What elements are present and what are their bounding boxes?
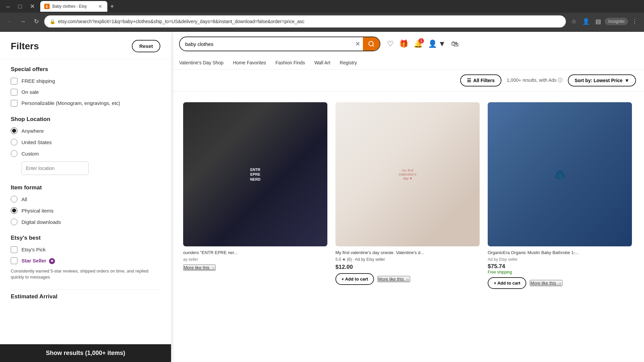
filter-icon: ☰ (467, 78, 471, 83)
anywhere-label: Anywhere (21, 128, 44, 134)
anywhere-radio[interactable] (11, 127, 17, 134)
browser-tab[interactable]: E Baby clothes - Etsy ✕ (40, 1, 107, 12)
free-shipping-label: FREE shipping (21, 77, 55, 84)
fashion-finds-nav[interactable]: Fashion Finds (275, 60, 305, 65)
all-filters-button[interactable]: ☰ All Filters (460, 74, 501, 86)
sort-button[interactable]: Sort by: Lowest Price ▼ (568, 74, 636, 86)
new-tab-button[interactable]: + (107, 2, 117, 11)
back-button[interactable]: ← (4, 16, 15, 27)
all-format-radio[interactable] (11, 196, 17, 202)
add-to-cart-button-2[interactable]: + Add to cart (335, 273, 374, 285)
info-icon[interactable]: ⓘ (558, 77, 562, 83)
united-states-option[interactable]: United States (11, 139, 160, 145)
address-bar[interactable]: 🔒 etsy.com/search?explicit=1&q=baby+clot… (44, 15, 566, 27)
browser-toolbar: ← → ↻ 🔒 etsy.com/search?explicit=1&q=bab… (0, 13, 644, 30)
physical-radio[interactable] (11, 207, 17, 214)
etsy-content: ✕ ♡ 🎁 🔔 1 (171, 32, 644, 362)
all-filters-label: All Filters (473, 78, 495, 83)
product-actions-2: + Add to cart More like this → (335, 273, 480, 285)
product-title-3: OrganicEra Organic Muslin Baby Bathrobe … (488, 250, 632, 256)
product-seller-3: Ad by Etsy seller (488, 257, 632, 262)
personalizable-checkbox[interactable] (11, 100, 17, 107)
personalizable-option[interactable]: Personalizable (Monogram, engravings, et… (11, 100, 160, 107)
profile-icon[interactable]: 👤 (581, 16, 591, 27)
product-card-3[interactable]: 🧥 OrganicEra Organic Muslin Baby Bathrob… (484, 98, 636, 361)
location-input[interactable] (21, 162, 89, 175)
free-shipping-option[interactable]: FREE shipping (11, 77, 160, 84)
custom-radio[interactable] (11, 150, 17, 157)
product-title-2: My first valentine's day onesie. Valenti… (335, 250, 480, 256)
valentines-day-nav[interactable]: Valentine's Day Shop (179, 60, 223, 65)
cart-button[interactable]: 🛍 (451, 40, 459, 48)
user-account-button[interactable]: 👤 ▼ (428, 40, 446, 48)
sort-label: Sort by: Lowest Price (575, 78, 623, 83)
shop-location-title: Shop Location (11, 116, 160, 123)
star-seller-option[interactable]: Star Seller ★ (11, 257, 160, 264)
add-to-cart-button-3[interactable]: + Add to cart (488, 277, 526, 289)
anywhere-option[interactable]: Anywhere (11, 127, 160, 134)
tab-close-button[interactable]: ✕ (97, 3, 103, 9)
digital-option[interactable]: Digital downloads (11, 219, 160, 225)
registry-nav[interactable]: Registry (340, 60, 357, 65)
extensions-icon[interactable]: ▤ (593, 16, 603, 27)
search-clear-icon[interactable]: ✕ (352, 40, 363, 48)
digital-radio[interactable] (11, 219, 17, 225)
personalizable-label: Personalizable (Monogram, engravings, et… (21, 100, 120, 107)
product-actions-1: More like this → (183, 264, 327, 271)
menu-icon[interactable]: ⋮ (629, 16, 640, 27)
gift-button[interactable]: 🎁 (399, 40, 408, 48)
minimize-button[interactable]: – (3, 1, 13, 12)
etsys-pick-checkbox[interactable] (11, 246, 17, 253)
product-seller-1: ay seller (183, 257, 327, 262)
all-format-option[interactable]: All (11, 196, 160, 202)
free-shipping-checkbox[interactable] (11, 78, 17, 84)
favorites-button[interactable]: ♡ (387, 40, 394, 48)
estimated-arrival-title: Estimated Arrival (11, 293, 160, 300)
address-text: etsy.com/search?explicit=1&q=baby+clothe… (58, 19, 560, 24)
etsy-header: ✕ ♡ 🎁 🔔 1 (171, 32, 644, 70)
special-offers-section: Special offers FREE shipping On sale Per… (11, 66, 160, 107)
product-price-2: $12.00 (335, 264, 480, 270)
star-seller-checkbox[interactable] (11, 257, 17, 264)
more-like-button-2[interactable]: More like this → (377, 276, 410, 282)
filters-title: Filters (11, 41, 39, 52)
forward-button[interactable]: → (17, 16, 28, 27)
refresh-button[interactable]: ↻ (31, 16, 42, 27)
custom-option[interactable]: Custom (11, 150, 160, 157)
filters-panel: Filters Reset Special offers FREE shippi… (0, 32, 171, 362)
product-card-1[interactable]: ENTREPRENERD ounders "ENTR EPRE ner... a… (179, 98, 331, 361)
all-format-label: All (21, 196, 27, 202)
browser-controls: – □ ✕ (3, 1, 38, 12)
home-favorites-nav[interactable]: Home Favorites (233, 60, 266, 65)
etsys-pick-option[interactable]: Etsy's Pick (11, 246, 160, 253)
physical-option[interactable]: Physical items (11, 207, 160, 214)
search-bar[interactable]: ✕ (179, 37, 380, 51)
shop-location-section: Shop Location Anywhere United States Cus… (11, 116, 160, 175)
sort-chevron-icon: ▼ (625, 78, 629, 83)
on-sale-checkbox[interactable] (11, 89, 17, 96)
more-like-button-3[interactable]: More like this → (530, 280, 562, 286)
etsy-best-section: Etsy's best Etsy's Pick Star Seller ★ Co… (11, 235, 160, 280)
special-offers-title: Special offers (11, 66, 160, 73)
product-price-3: $75.74 (488, 263, 632, 270)
star-seller-label: Star Seller ★ (21, 257, 55, 264)
united-states-radio[interactable] (11, 139, 17, 145)
notifications-button[interactable]: 🔔 1 (414, 40, 423, 48)
search-button[interactable] (363, 37, 380, 51)
bookmarks-icon[interactable]: ☆ (569, 16, 579, 27)
product-card-2[interactable]: my firstValentine'sday ♥ My first valent… (331, 98, 484, 361)
incognito-badge[interactable]: Incognito (605, 18, 628, 25)
reset-button[interactable]: Reset (132, 40, 160, 52)
maximize-button[interactable]: □ (15, 1, 25, 12)
tab-title: Baby clothes - Etsy (52, 4, 95, 9)
more-like-button-1[interactable]: More like this → (183, 264, 216, 271)
location-input-wrapper (21, 162, 160, 175)
show-results-button[interactable]: Show results (1,000+ items) (0, 344, 171, 362)
wall-art-nav[interactable]: Wall Art (314, 60, 330, 65)
search-input[interactable] (180, 41, 352, 47)
user-dropdown-icon: ▼ (438, 40, 446, 48)
on-sale-option[interactable]: On sale (11, 88, 160, 96)
results-count: 1,000+ results, with Ads ⓘ (507, 77, 562, 83)
close-button[interactable]: ✕ (27, 1, 38, 12)
product-image-1: ENTREPRENERD (183, 102, 327, 246)
